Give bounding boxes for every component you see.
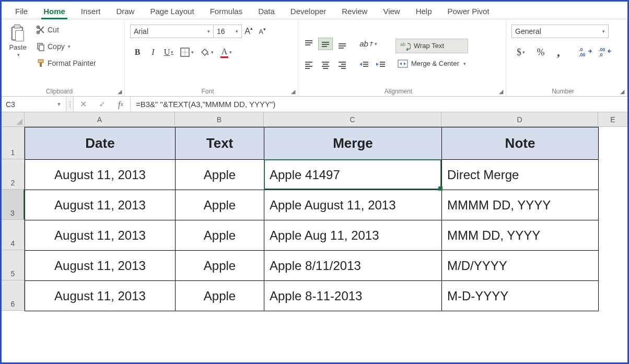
header-note[interactable]: Note xyxy=(442,127,599,160)
row-header-1[interactable]: 1 xyxy=(2,127,25,159)
decrease-indent-button[interactable] xyxy=(357,58,371,71)
row-header-5[interactable]: 5 xyxy=(2,250,25,280)
number-format-select[interactable]: General ▾ xyxy=(511,25,609,38)
percent-format-button[interactable]: % xyxy=(533,45,548,59)
cell[interactable]: Apple xyxy=(176,190,264,220)
col-header-D[interactable]: D xyxy=(441,112,598,127)
merge-center-button[interactable]: Merge & Center ▾ xyxy=(395,57,468,70)
align-middle-button[interactable] xyxy=(318,38,333,50)
cell-selected[interactable]: Apple August 11, 2013 xyxy=(264,190,442,220)
orientation-button[interactable]: ab↗ ▾ xyxy=(357,38,380,50)
cell[interactable]: Apple xyxy=(176,281,264,311)
tab-formulas[interactable]: Formulas xyxy=(203,4,250,19)
col-header-A[interactable]: A xyxy=(25,112,175,127)
increase-indent-button[interactable] xyxy=(374,58,388,71)
decrease-decimal-button[interactable]: .00.0 xyxy=(597,45,614,59)
svg-rect-22 xyxy=(305,64,310,65)
format-painter-button[interactable]: Format Painter xyxy=(34,57,98,69)
formula-bar-handle[interactable] xyxy=(66,97,74,112)
decrease-font-button[interactable]: A▾ xyxy=(255,25,269,38)
align-right-button[interactable] xyxy=(335,58,350,71)
font-color-button[interactable]: A ▾ xyxy=(217,46,236,58)
formula-input[interactable]: =B3&" "&TEXT(A3,"MMMM DD, YYYY") xyxy=(131,97,627,112)
chevron-down-icon: ▾ xyxy=(17,52,20,57)
wrap-text-button[interactable]: ab Wrap Text xyxy=(395,39,468,53)
cell[interactable]: Apple 8/11/2013 xyxy=(264,251,442,281)
enter-formula-button[interactable]: ✓ xyxy=(92,99,111,109)
bold-button[interactable]: B xyxy=(130,45,145,59)
dialog-launcher-number[interactable]: ◢ xyxy=(619,88,626,95)
align-bottom-button[interactable] xyxy=(335,38,350,50)
cell[interactable]: MMM DD, YYYY xyxy=(442,220,599,251)
accounting-format-button[interactable]: $▾ xyxy=(511,45,530,59)
scissors-icon xyxy=(36,25,45,34)
cell[interactable]: M/D/YYYY xyxy=(442,251,599,281)
tab-power-pivot[interactable]: Power Pivot xyxy=(440,4,497,19)
underline-button[interactable]: U▾ xyxy=(161,45,176,59)
increase-decimal-button[interactable]: .0.00 xyxy=(577,45,594,59)
svg-rect-33 xyxy=(363,62,368,63)
tab-file[interactable]: File xyxy=(8,4,35,19)
chevron-down-icon: ▼ xyxy=(56,101,62,107)
tab-developer[interactable]: Developer xyxy=(283,4,333,19)
svg-rect-15 xyxy=(322,42,329,43)
svg-text:.00: .00 xyxy=(579,52,586,57)
name-box-value: C3 xyxy=(6,100,15,109)
insert-function-button[interactable]: fx xyxy=(111,100,130,109)
paste-button[interactable]: Paste ▾ xyxy=(5,21,31,60)
row-header-4[interactable]: 4 xyxy=(2,220,25,250)
copy-button[interactable]: Copy ▾ xyxy=(34,40,98,53)
tab-help[interactable]: Help xyxy=(409,4,439,19)
tab-page-layout[interactable]: Page Layout xyxy=(143,4,201,19)
svg-text:.0: .0 xyxy=(599,52,603,57)
dialog-launcher-alignment[interactable]: ◢ xyxy=(497,88,505,95)
font-name-select[interactable]: Arial ▾ xyxy=(130,25,214,38)
cell[interactable]: Apple Aug 11, 2013 xyxy=(264,220,442,251)
align-left-button[interactable] xyxy=(301,58,316,71)
align-top-button[interactable] xyxy=(301,38,316,50)
align-center-button[interactable] xyxy=(318,58,333,71)
tab-review[interactable]: Review xyxy=(334,4,375,19)
comma-format-button[interactable]: , xyxy=(551,45,566,59)
cell[interactable]: Apple xyxy=(176,251,264,281)
font-size-select[interactable]: 16 ▾ xyxy=(214,25,242,38)
name-box[interactable]: C3 ▼ xyxy=(2,97,66,112)
italic-button[interactable]: I xyxy=(146,45,160,59)
cell[interactable]: August 11, 2013 xyxy=(25,190,176,220)
cell[interactable]: Apple 41497 xyxy=(264,160,442,190)
tab-insert[interactable]: Insert xyxy=(74,4,108,19)
cancel-formula-button[interactable]: ✕ xyxy=(74,99,92,109)
col-header-E[interactable]: E xyxy=(598,112,627,127)
tab-draw[interactable]: Draw xyxy=(109,4,142,19)
cell[interactable]: August 11, 2013 xyxy=(25,251,176,281)
header-merge[interactable]: Merge xyxy=(264,127,442,160)
cell[interactable]: M-D-YYYY xyxy=(442,281,599,311)
svg-rect-35 xyxy=(363,66,368,67)
col-header-C[interactable]: C xyxy=(264,112,441,127)
tab-view[interactable]: View xyxy=(376,4,407,19)
cell[interactable]: Apple xyxy=(176,220,264,251)
cell[interactable]: August 11, 2013 xyxy=(25,220,176,251)
cell[interactable]: August 11, 2013 xyxy=(25,160,176,190)
header-date[interactable]: Date xyxy=(25,127,176,160)
col-header-B[interactable]: B xyxy=(175,112,264,127)
dialog-launcher-clipboard[interactable]: ◢ xyxy=(116,88,123,95)
row-header-6[interactable]: 6 xyxy=(2,280,25,311)
row-header-2[interactable]: 2 xyxy=(2,159,25,190)
cut-button[interactable]: Cut xyxy=(34,24,98,36)
row-header-3[interactable]: 3 xyxy=(2,190,25,220)
select-all-triangle[interactable] xyxy=(2,112,25,127)
dialog-launcher-font[interactable]: ◢ xyxy=(289,88,297,95)
tab-home[interactable]: Home xyxy=(36,4,73,19)
cell[interactable]: MMMM DD, YYYY xyxy=(442,190,599,220)
table-row: August 11, 2013 Apple Apple August 11, 2… xyxy=(25,190,599,220)
cell[interactable]: Apple xyxy=(176,160,264,190)
increase-font-button[interactable]: A▴ xyxy=(242,25,255,38)
cell[interactable]: Apple 8-11-2013 xyxy=(264,281,442,311)
borders-button[interactable]: ▾ xyxy=(177,46,196,58)
header-text[interactable]: Text xyxy=(176,127,264,160)
fill-color-button[interactable]: ▾ xyxy=(197,46,216,58)
cell[interactable]: August 11, 2013 xyxy=(25,281,176,311)
cell[interactable]: Direct Merge xyxy=(442,160,599,190)
tab-data[interactable]: Data xyxy=(251,4,282,19)
